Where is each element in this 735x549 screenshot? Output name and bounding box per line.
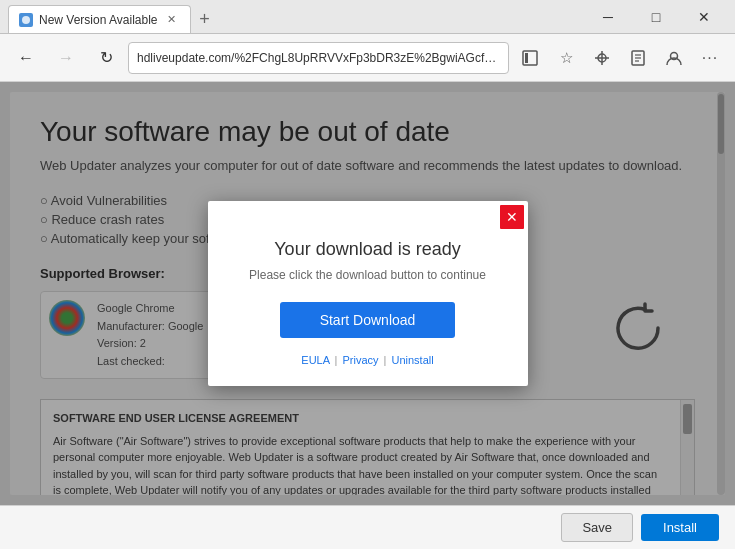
hub-icon[interactable] (585, 41, 619, 75)
separator-2: | (384, 354, 387, 366)
address-bar[interactable]: hdliveupdate.com/%2FChgL8UpRRVVxFp3bDR3z… (128, 42, 509, 74)
reading-list-icon[interactable] (513, 41, 547, 75)
account-icon[interactable] (657, 41, 691, 75)
uninstall-link[interactable]: Uninstall (391, 354, 433, 366)
svg-point-0 (22, 16, 30, 24)
modal-overlay: ✕ Your download is ready Please click th… (0, 82, 735, 505)
tab-close-button[interactable]: ✕ (164, 12, 180, 28)
content-area: Your software may be out of date Web Upd… (0, 82, 735, 505)
start-download-button[interactable]: Start Download (280, 302, 456, 338)
separator-1: | (335, 354, 338, 366)
close-button[interactable]: ✕ (681, 0, 727, 34)
bottom-bar: Save Install (0, 505, 735, 549)
window-controls: ─ □ ✕ (585, 0, 727, 34)
minimize-button[interactable]: ─ (585, 0, 631, 34)
modal-title: Your download is ready (228, 239, 508, 260)
install-button[interactable]: Install (641, 514, 719, 541)
notes-icon[interactable] (621, 41, 655, 75)
eula-link[interactable]: EULA (301, 354, 329, 366)
favorites-icon[interactable]: ☆ (549, 41, 583, 75)
more-menu-button[interactable]: ··· (693, 41, 727, 75)
maximize-button[interactable]: □ (633, 0, 679, 34)
nav-bar: ← → ↻ hdliveupdate.com/%2FChgL8UpRRVVxFp… (0, 34, 735, 82)
address-text: hdliveupdate.com/%2FChgL8UpRRVVxFp3bDR3z… (137, 51, 500, 65)
modal-subtitle: Please click the download button to cont… (228, 268, 508, 282)
browser-window: New Version Available ✕ + ─ □ ✕ ← → ↻ hd… (0, 0, 735, 549)
refresh-button[interactable]: ↻ (88, 40, 124, 76)
active-tab[interactable]: New Version Available ✕ (8, 5, 191, 33)
modal-close-button[interactable]: ✕ (500, 205, 524, 229)
tab-title: New Version Available (39, 13, 158, 27)
privacy-link[interactable]: Privacy (342, 354, 378, 366)
tab-bar: New Version Available ✕ + (8, 0, 585, 33)
svg-rect-2 (525, 53, 528, 63)
back-button[interactable]: ← (8, 40, 44, 76)
save-button[interactable]: Save (561, 513, 633, 542)
forward-button[interactable]: → (48, 40, 84, 76)
modal-body: Your download is ready Please click the … (208, 229, 528, 386)
modal-links: EULA | Privacy | Uninstall (228, 354, 508, 366)
download-modal: ✕ Your download is ready Please click th… (208, 201, 528, 386)
modal-close-bar: ✕ (208, 201, 528, 229)
new-tab-button[interactable]: + (191, 5, 219, 33)
nav-right-icons: ☆ (513, 41, 727, 75)
title-bar: New Version Available ✕ + ─ □ ✕ (0, 0, 735, 34)
tab-favicon (19, 13, 33, 27)
